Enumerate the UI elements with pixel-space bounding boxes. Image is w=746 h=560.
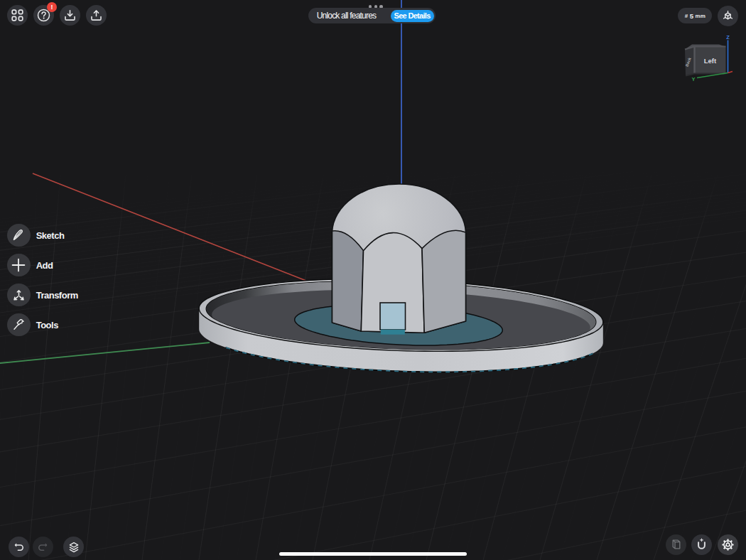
svg-text:Y: Y: [691, 76, 695, 82]
svg-text:Z: Z: [726, 34, 730, 41]
svg-text:Left: Left: [704, 57, 717, 65]
